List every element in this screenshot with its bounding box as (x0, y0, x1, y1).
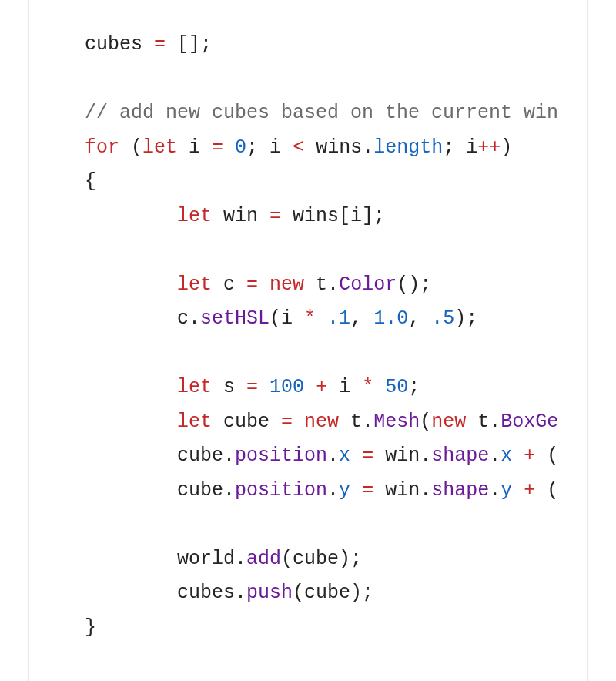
code-token-pln (373, 376, 385, 398)
code-token-pln: cube. (85, 444, 235, 467)
code-token-fn: position (235, 479, 327, 502)
code-token-pln (316, 307, 327, 330)
code-token-pln: i (327, 376, 362, 398)
code-token-op: * (304, 307, 316, 330)
code-token-op: = (246, 273, 258, 296)
code-token-prop: y (339, 479, 350, 502)
code-token-pln: { (85, 170, 96, 193)
code-token-pln: wins. (304, 136, 373, 159)
code-token-pln (350, 479, 362, 502)
code-token-kw: let (177, 273, 212, 296)
code-token-op: + (524, 479, 535, 502)
code-token-pln: world. (85, 548, 246, 570)
code-token-pln: ( (535, 444, 558, 467)
code-token-prop: y (500, 479, 512, 502)
code-token-pln: t. (466, 411, 500, 433)
code-token-kw: for (85, 136, 119, 159)
code-token-kw: let (142, 136, 177, 159)
code-token-pln: cubes. (85, 582, 246, 604)
code-token-pln: win. (373, 479, 431, 502)
code-token-cmt: // add new cubes based on the current wi… (85, 102, 558, 124)
code-token-pln: t. (304, 273, 339, 296)
code-token-type: Mesh (373, 411, 420, 433)
code-token-pln: . (489, 444, 500, 467)
code-token-fn: setHSL (200, 307, 270, 330)
code-token-pln: , (408, 307, 431, 330)
code-token-pln (85, 411, 177, 433)
code-token-pln (258, 376, 270, 398)
code-token-pln: cube. (85, 479, 235, 502)
code-token-op: + (524, 444, 535, 467)
code-token-pln: (); (397, 273, 431, 296)
code-token-pln: s (212, 376, 246, 398)
code-token-op: = (281, 411, 293, 433)
code-token-pln: ; i (443, 136, 477, 159)
code-token-pln: (cube); (293, 582, 373, 604)
code-token-pln: []; (166, 33, 212, 55)
code-token-op: = (212, 136, 223, 159)
code-token-pln (85, 376, 177, 398)
code-token-prop: x (500, 444, 512, 467)
code-token-prop: x (339, 444, 350, 467)
code-token-pln: cubes (85, 33, 154, 55)
code-token-pln: ( (420, 411, 431, 433)
code-token-pln (512, 444, 524, 467)
code-token-pln: . (489, 479, 500, 502)
code-token-op: = (246, 376, 258, 398)
code-token-fn: position (235, 444, 327, 467)
code-token-fn: shape (431, 479, 489, 502)
code-token-pln: } (85, 616, 96, 639)
code-token-num: 1.0 (373, 307, 408, 330)
code-token-pln (85, 273, 177, 296)
code-token-pln (512, 479, 524, 502)
code-token-pln (223, 136, 235, 159)
code-token-pln: t. (339, 411, 373, 433)
code-token-op: = (362, 444, 373, 467)
code-token-op: = (270, 205, 281, 227)
code-token-prop: length (373, 136, 443, 159)
code-token-pln: ( (535, 479, 558, 502)
code-token-pln: c. (85, 307, 200, 330)
code-token-kw: let (177, 411, 212, 433)
code-token-num: .5 (431, 307, 454, 330)
code-token-pln: wins[i]; (281, 205, 385, 227)
code-token-kw: new (304, 411, 339, 433)
code-token-num: .1 (327, 307, 350, 330)
code-token-pln: ; (408, 376, 420, 398)
code-token-pln: i (177, 136, 212, 159)
code-token-pln: cube (212, 411, 281, 433)
code-token-fn: add (246, 548, 281, 570)
code-token-pln: . (327, 444, 339, 467)
code-token-kw: new (431, 411, 466, 433)
code-token-pln (304, 376, 316, 398)
code-token-num: 0 (235, 136, 246, 159)
code-block[interactable]: cubes = []; // add new cubes based on th… (29, 0, 587, 676)
code-token-kw: new (270, 273, 304, 296)
code-token-pln: win. (373, 444, 431, 467)
code-token-pln: ( (119, 136, 142, 159)
code-token-op: < (293, 136, 304, 159)
code-token-pln (258, 273, 270, 296)
code-token-pln (85, 205, 177, 227)
code-token-pln: (cube); (281, 548, 362, 570)
code-token-pln: , (350, 307, 373, 330)
code-token-op: = (154, 33, 166, 55)
code-token-type: Color (339, 273, 397, 296)
code-token-pln: ; i (246, 136, 293, 159)
code-token-pln (293, 411, 304, 433)
code-token-pln: (i (270, 307, 304, 330)
code-token-kw: let (177, 205, 212, 227)
code-token-op: * (362, 376, 373, 398)
code-token-pln: ) (500, 136, 512, 159)
code-token-pln: win (212, 205, 270, 227)
code-token-num: 100 (270, 376, 304, 398)
code-token-op: ++ (477, 136, 500, 159)
code-token-op: + (316, 376, 327, 398)
code-token-num: 50 (385, 376, 408, 398)
code-token-pln: c (212, 273, 246, 296)
code-token-pln: . (327, 479, 339, 502)
code-token-kw: let (177, 376, 212, 398)
code-token-fn: shape (431, 444, 489, 467)
code-token-pln: ); (454, 307, 477, 330)
code-token-op: = (362, 479, 373, 502)
